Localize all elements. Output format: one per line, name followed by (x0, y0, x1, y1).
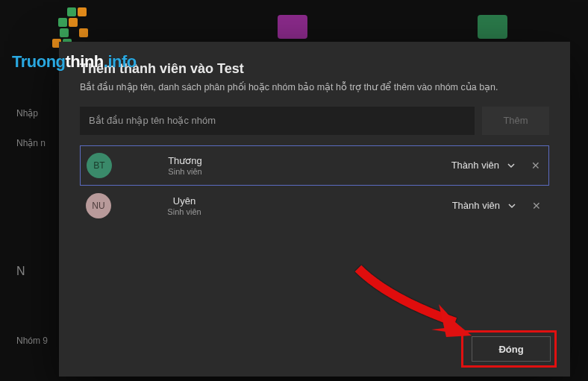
input-placeholder: Bắt đầu nhập tên hoặc nhóm (89, 115, 216, 126)
bg-tile (278, 15, 307, 39)
member-info: Uyên Sinh viên (125, 195, 452, 216)
role-dropdown[interactable]: Thành viên (451, 160, 516, 171)
member-search-input[interactable]: Bắt đầu nhập tên hoặc nhóm (80, 107, 475, 135)
bg-tile (478, 15, 507, 39)
remove-member-button[interactable]: ✕ (530, 200, 543, 212)
avatar: BT (87, 153, 112, 178)
bg-text: Nhập (16, 108, 38, 119)
member-info: Thương Sinh viên (125, 155, 451, 176)
member-subtitle: Sinh viên (125, 207, 244, 216)
add-members-dialog: Thêm thành viên vào Test Bắt đầu nhập tê… (59, 42, 570, 377)
dialog-title: Thêm thành viên vào Test (80, 61, 549, 77)
input-row: Bắt đầu nhập tên hoặc nhóm Thêm (80, 107, 549, 135)
add-button[interactable]: Thêm (482, 107, 549, 135)
member-row[interactable]: BT Thương Sinh viên Thành viên ✕ (80, 145, 549, 186)
avatar: NU (86, 193, 111, 218)
chevron-down-icon (507, 161, 516, 170)
close-button[interactable]: Đóng (472, 336, 551, 362)
member-row[interactable]: NU Uyên Sinh viên Thành viên ✕ (80, 186, 549, 226)
bg-text: Nhóm 9 (16, 336, 48, 346)
remove-member-button[interactable]: ✕ (529, 160, 542, 171)
dialog-subtitle: Bắt đầu nhập tên, danh sách phân phối ho… (80, 81, 549, 95)
member-name: Thương (125, 155, 245, 166)
role-dropdown[interactable]: Thành viên (452, 200, 516, 211)
member-subtitle: Sinh viên (125, 167, 245, 176)
members-list: BT Thương Sinh viên Thành viên ✕ NU Uyên… (80, 145, 549, 226)
role-label: Thành viên (451, 160, 499, 171)
bg-text: Nhận n (16, 138, 46, 148)
chevron-down-icon (507, 201, 516, 210)
role-label: Thành viên (452, 200, 500, 211)
bg-text: N (16, 265, 25, 278)
member-name: Uyên (125, 195, 244, 207)
